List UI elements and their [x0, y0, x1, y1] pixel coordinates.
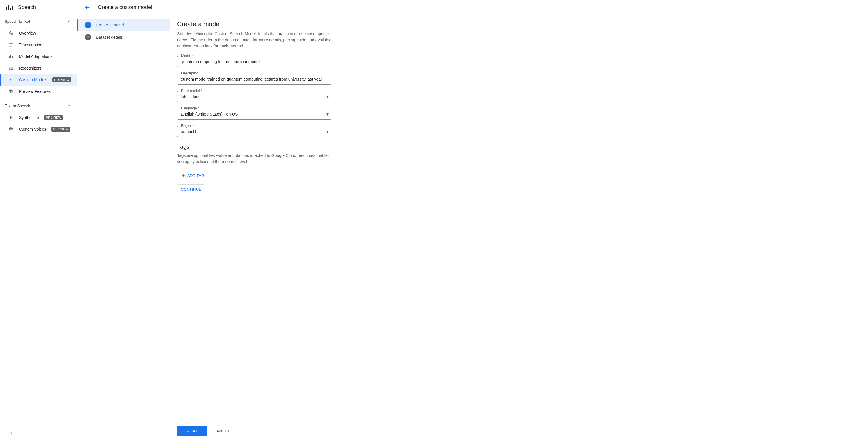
svg-rect-11: [9, 68, 10, 68]
sidebar-item-synthesize[interactable]: Synthesize PREVIEW: [0, 112, 76, 124]
svg-rect-18: [9, 117, 9, 118]
svg-rect-2: [9, 44, 10, 45]
stepper: 1 Create a model 2 Dataset details: [77, 15, 170, 440]
waveform-icon: [8, 115, 14, 121]
svg-marker-17: [9, 90, 12, 92]
field-label: Description: [180, 71, 200, 75]
field-label: Language *: [180, 106, 200, 110]
page-title: Create a custom model: [98, 4, 152, 10]
sidebar-item-overview[interactable]: Overview: [0, 27, 76, 39]
field-label: Model name *: [180, 54, 204, 58]
step-label: Dataset details: [96, 35, 123, 40]
svg-rect-22: [12, 117, 12, 118]
home-icon: [8, 30, 14, 36]
layers-icon: [8, 89, 14, 94]
preview-badge: PREVIEW: [44, 115, 63, 120]
field-model-name: Model name *: [177, 56, 332, 67]
svg-rect-1: [10, 43, 12, 44]
field-language: Language * English (United States) - en-…: [177, 108, 332, 120]
sidebar-item-custom-voices[interactable]: Custom Voices PREVIEW: [0, 124, 76, 135]
svg-rect-9: [9, 67, 10, 67]
continue-label: CONTINUE: [181, 187, 201, 192]
svg-rect-12: [11, 68, 12, 68]
sidebar-item-label: Preview Features: [19, 89, 51, 94]
page-header: Create a custom model: [77, 0, 868, 15]
tags-heading: Tags: [177, 143, 861, 150]
step-number: 1: [85, 22, 91, 28]
chevron-up-icon: [67, 103, 72, 108]
sidebar-item-label: Recognizers: [19, 66, 42, 70]
svg-marker-23: [9, 128, 12, 130]
description-input[interactable]: [177, 74, 332, 85]
step-label: Create a model: [96, 23, 124, 27]
preview-badge: PREVIEW: [53, 77, 71, 82]
svg-rect-14: [11, 69, 12, 70]
sidebar-item-transcriptions[interactable]: Transcriptions: [0, 39, 76, 50]
target-crosshair-icon: [8, 77, 14, 82]
bars-chart-icon: [8, 54, 14, 59]
field-region: Region * us-east1 ▾: [177, 126, 332, 137]
step-number: 2: [85, 34, 91, 40]
footer-actions: CREATE CANCEL: [170, 422, 868, 440]
nav-section-label: Text-to-Speech: [5, 104, 30, 108]
sidebar-item-custom-models[interactable]: Custom Models PREVIEW: [0, 74, 76, 86]
form-scroll[interactable]: Create a model Start by defining the Cus…: [170, 15, 868, 422]
field-base-model: Base model * latest_long ▾: [177, 91, 332, 102]
sidebar-item-label: Model Adaptations: [19, 54, 53, 59]
svg-rect-8: [12, 56, 12, 58]
columns-icon: [8, 65, 14, 71]
product-title: Speech: [18, 4, 36, 10]
language-select[interactable]: English (United States) - en-US: [177, 108, 332, 120]
region-select[interactable]: us-east1: [177, 126, 332, 137]
svg-rect-4: [9, 46, 10, 46]
nav-section-speech-to-text[interactable]: Speech-to-Text: [0, 15, 76, 27]
sidebar-item-label: Custom Voices: [19, 127, 46, 132]
sidebar-item-model-adaptations[interactable]: Model Adaptations: [0, 50, 76, 62]
cancel-button[interactable]: CANCEL: [212, 426, 231, 436]
nav-section-label: Speech-to-Text: [5, 19, 30, 24]
back-arrow-icon[interactable]: [84, 4, 91, 11]
nav-list-speech-to-text: Overview Transcriptions Model Adaptation…: [0, 27, 76, 100]
sidebar-item-label: Synthesize: [19, 115, 39, 120]
tags-text: Tags are optional key-value annotations …: [177, 153, 334, 165]
field-label: Region *: [180, 124, 196, 128]
sidebar-item-label: Transcriptions: [19, 42, 44, 47]
form-heading: Create a model: [177, 21, 861, 28]
preview-badge: PREVIEW: [51, 127, 70, 132]
svg-rect-13: [9, 69, 10, 70]
svg-rect-6: [9, 57, 10, 58]
collapse-sidebar-button[interactable]: [7, 430, 14, 437]
svg-rect-10: [11, 67, 12, 67]
sidebar-item-recognizers[interactable]: Recognizers: [0, 62, 76, 74]
list-indent-icon: [8, 42, 14, 48]
stepper-step-create-model[interactable]: 1 Create a model: [77, 19, 170, 31]
sidebar: Speech Speech-to-Text Overview Transcrip…: [0, 0, 77, 440]
add-tag-button[interactable]: ADD TAG: [177, 171, 208, 180]
nav-section-text-to-speech[interactable]: Text-to-Speech: [0, 100, 76, 111]
form-intro-text: Start by defining the Custom Speech Mode…: [177, 31, 334, 49]
svg-rect-3: [10, 44, 12, 45]
continue-button[interactable]: CONTINUE: [177, 184, 205, 194]
plus-icon: [181, 173, 186, 178]
sidebar-item-label: Overview: [19, 31, 36, 35]
layers-icon: [8, 126, 14, 132]
create-button[interactable]: CREATE: [177, 426, 207, 436]
svg-point-16: [10, 79, 11, 80]
sidebar-item-label: Custom Models: [19, 77, 47, 82]
sidebar-header: Speech: [0, 0, 76, 15]
sidebar-item-preview-features[interactable]: Preview Features: [0, 86, 76, 97]
field-label: Base model *: [180, 89, 203, 93]
chevron-up-icon: [67, 19, 72, 24]
svg-rect-5: [10, 46, 12, 46]
svg-rect-7: [10, 55, 11, 58]
svg-rect-21: [11, 117, 11, 118]
field-description: Description: [177, 74, 332, 85]
svg-rect-0: [9, 43, 10, 44]
svg-rect-20: [10, 116, 11, 119]
nav-list-text-to-speech: Synthesize PREVIEW Custom Voices PREVIEW: [0, 111, 76, 137]
add-tag-label: ADD TAG: [187, 173, 205, 178]
stepper-step-dataset-details[interactable]: 2 Dataset details: [77, 31, 170, 43]
speech-product-icon: [5, 5, 13, 10]
